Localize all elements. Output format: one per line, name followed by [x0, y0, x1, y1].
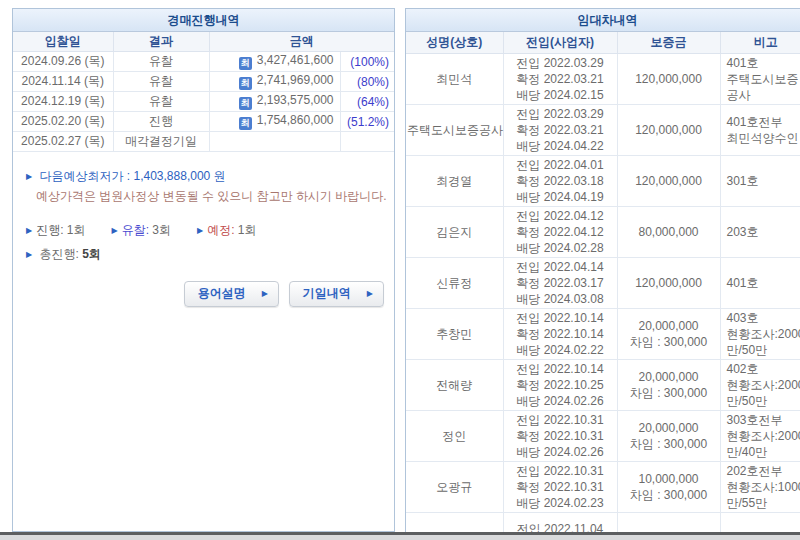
next-min-price-text: 다음예상최저가 : 1,403,888,000 원 [40, 169, 226, 183]
movein-line: 전입 2022.10.31 [516, 412, 603, 428]
remark: 303호전부현황조사:2000만/40만 [720, 410, 800, 461]
deposit: 120,000,000 [617, 53, 720, 104]
deposit: 20,000,000차임 : 300,000 [617, 308, 720, 359]
movein-line: 배당 2024.02.15 [516, 87, 603, 103]
movein-line: 확정 2022.10.14 [516, 326, 603, 342]
auction-row: 2025.02.20 (목)진행최1,754,860,000(51.2%) [13, 112, 394, 132]
remark-line: 401호 [727, 55, 800, 71]
bid-amount: 최2,741,969,000 [209, 72, 340, 92]
bullet-icon: ▶ [26, 250, 32, 259]
lease-row: 김은지전입 2022.04.12확정 2022.04.12배당 2024.02.… [406, 206, 800, 257]
bullet-icon: ▶ [197, 226, 203, 235]
bid-amount: 최1,754,860,000 [209, 112, 340, 132]
bid-date: 2025.02.27 (목) [13, 132, 113, 152]
window-bottom-edge-light [0, 535, 800, 540]
remark: 301호 [720, 155, 800, 206]
stat-label: 예정: [207, 223, 238, 237]
movein-dates: 전입 2022.10.31확정 2022.10.31배당 2024.02.23 [503, 461, 617, 512]
remark-line: 301호 [727, 173, 800, 189]
deposit: 120,000,000 [617, 104, 720, 155]
lease-header-row: 성명(상호)전입(사업자)보증금비고 [406, 32, 800, 53]
date-history-button[interactable]: 기일내역▶ [289, 281, 384, 307]
stat-label: 진행: [36, 223, 67, 237]
auction-row: 2024.09.26 (목)유찰최3,427,461,600(100%) [13, 52, 394, 72]
deposit-line: 차임 : 300,000 [619, 385, 719, 401]
lease-panel-title: 임대차내역 [406, 9, 800, 32]
auction-summary: ▶ 다음예상최저가 : 1,403,888,000 원 예상가격은 법원사정상 … [13, 168, 394, 307]
next-min-price-line: ▶ 다음예상최저가 : 1,403,888,000 원 [26, 168, 394, 185]
bid-percent: (80%) [340, 72, 394, 92]
lease-row: 정인전입 2022.10.31확정 2022.10.31배당 2024.02.2… [406, 410, 800, 461]
bid-amount: 최2,193,575,000 [209, 92, 340, 112]
deposit-line: 차임 : 300,000 [619, 487, 719, 503]
min-price-badge-icon: 최 [239, 117, 252, 130]
min-price-badge-icon: 최 [239, 77, 252, 90]
remark-line: 현황조사:1000만/55만 [727, 479, 800, 511]
auction-col-header: 결과 [113, 32, 209, 52]
lease-row: 오광규전입 2022.10.31확정 2022.10.31배당 2024.02.… [406, 461, 800, 512]
movein-dates: 전입 2022.10.14확정 2022.10.25배당 2024.02.26 [503, 359, 617, 410]
tenant-name: 신류정 [406, 257, 503, 308]
lease-row: 신류정전입 2022.04.14확정 2022.03.17배당 2024.03.… [406, 257, 800, 308]
total-progress-value: 5회 [82, 247, 101, 261]
glossary-button[interactable]: 용어설명▶ [184, 281, 279, 307]
auction-header-row: 입찰일결과금액 [13, 32, 394, 52]
min-price-badge-icon: 최 [239, 97, 252, 110]
deposit-line: 80,000,000 [619, 224, 719, 240]
deposit-line: 10,000,000 [619, 471, 719, 487]
stat-value: 1회 [67, 223, 86, 237]
button-label: 기일내역 [303, 285, 351, 302]
movein-dates: 전입 2022.04.12확정 2022.04.12배당 2024.02.28 [503, 206, 617, 257]
auction-table: 입찰일결과금액 2024.09.26 (목)유찰최3,427,461,600(1… [13, 32, 394, 152]
movein-line: 전입 2022.10.14 [516, 361, 603, 377]
deposit: 120,000,000 [617, 155, 720, 206]
movein-lines: 전입 2022.03.29확정 2022.03.21배당 2024.04.22 [516, 106, 603, 154]
movein-line: 배당 2024.03.08 [516, 291, 603, 307]
lease-row: 최민석전입 2022.03.29확정 2022.03.21배당 2024.02.… [406, 53, 800, 104]
bid-result: 진행 [113, 112, 209, 132]
bid-amount-value: 1,754,860,000 [257, 113, 334, 127]
bid-amount-value: 2,741,969,000 [257, 73, 334, 87]
tenant-name: 최경열 [406, 155, 503, 206]
lease-row: 추창민전입 2022.10.14확정 2022.10.14배당 2024.02.… [406, 308, 800, 359]
movein-line: 전입 2022.03.29 [516, 55, 603, 71]
bid-date: 2024.09.26 (목) [13, 52, 113, 72]
bid-result: 유찰 [113, 72, 209, 92]
movein-line: 전입 2022.03.29 [516, 106, 603, 122]
total-progress-line: ▶ 총진행: 5회 [26, 246, 394, 263]
movein-line: 확정 2022.04.12 [516, 224, 603, 240]
remark-line: 현황조사:2000만/40만 [727, 428, 800, 460]
bid-percent [340, 132, 394, 152]
movein-line: 전입 2022.10.14 [516, 310, 603, 326]
bid-date: 2025.02.20 (목) [13, 112, 113, 132]
movein-line: 배당 2024.02.22 [516, 342, 603, 358]
remark: 403호현황조사:2000만/50만 [720, 308, 800, 359]
button-label: 용어설명 [198, 285, 246, 302]
movein-line: 확정 2022.03.21 [516, 122, 603, 138]
movein-lines: 전입 2022.04.14확정 2022.03.17배당 2024.03.08 [516, 259, 603, 307]
stat-label: 유찰: [122, 223, 153, 237]
bid-date: 2024.12.19 (목) [13, 92, 113, 112]
movein-line: 전입 2022.04.01 [516, 157, 603, 173]
auction-row: 2024.12.19 (목)유찰최2,193,575,000(64%) [13, 92, 394, 112]
remark-line: 202호전부 [727, 463, 800, 479]
auction-col-header: 금액 [209, 32, 394, 52]
auction-stat: ▶예정: 1회 [197, 223, 257, 237]
remark-line: 403호 [727, 310, 800, 326]
bullet-icon: ▶ [26, 226, 32, 235]
remark: 402호현황조사:2000만/50만 [720, 359, 800, 410]
remark-line: 현황조사:2000만/50만 [727, 377, 800, 409]
auction-stat: ▶진행: 1회 [26, 223, 86, 237]
movein-lines: 전입 2022.04.01확정 2022.03.18배당 2024.04.19 [516, 157, 603, 205]
movein-dates: 전입 2022.03.29확정 2022.03.21배당 2024.04.22 [503, 104, 617, 155]
movein-line: 확정 2022.10.31 [516, 479, 603, 495]
bid-result: 유찰 [113, 52, 209, 72]
lease-col-header: 성명(상호) [406, 32, 503, 53]
arrow-icon: ▶ [367, 289, 373, 298]
bid-result: 유찰 [113, 92, 209, 112]
movein-dates: 전입 2022.04.01확정 2022.03.18배당 2024.04.19 [503, 155, 617, 206]
deposit: 20,000,000차임 : 300,000 [617, 410, 720, 461]
movein-line: 배당 2024.02.28 [516, 240, 603, 256]
stat-value: 1회 [238, 223, 257, 237]
remark-line: 현황조사:2000만/50만 [727, 326, 800, 358]
